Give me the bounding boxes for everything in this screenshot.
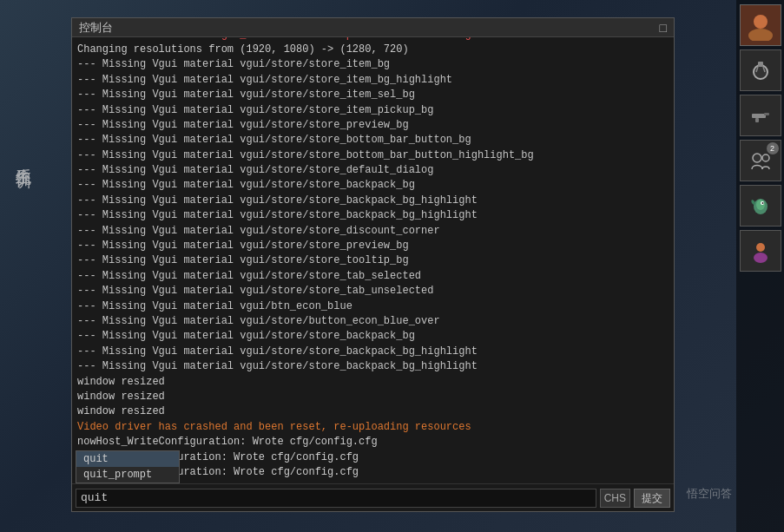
- console-line: --- Missing Vgui material vgui/store/sto…: [77, 253, 669, 268]
- sidebar-weapon-icon[interactable]: [740, 95, 781, 136]
- console-line: --- Missing Vgui material vgui/store/sto…: [77, 88, 669, 102]
- svg-point-12: [761, 202, 763, 204]
- console-line: --- Missing Vgui material vgui/store/sto…: [77, 163, 669, 178]
- console-titlebar: 控制台 □: [72, 18, 674, 37]
- sidebar-friends-icon[interactable]: 2: [740, 140, 781, 181]
- console-autocomplete: quitquit_prompt: [76, 450, 180, 483]
- svg-point-2: [754, 65, 768, 79]
- console-line: Changing resolutions from (1920, 1080) -…: [77, 43, 669, 57]
- svg-point-10: [756, 200, 765, 210]
- svg-point-8: [762, 154, 769, 161]
- console-output[interactable]: ConVarRef mat_motion_blur_enabled_restar…: [72, 37, 674, 483]
- console-line: --- Missing Vgui material vgui/store/sto…: [77, 239, 669, 253]
- console-line: window resized: [77, 404, 669, 419]
- right-sidebar: 2: [736, 0, 784, 532]
- console-line: nowHost_WriteConfiguration: Wrote cfg/co…: [77, 435, 669, 450]
- watermark-text: 悟空问答: [687, 486, 732, 502]
- console-submit-button[interactable]: 提交: [634, 489, 670, 508]
- left-sidebar-text: 生系统 训: [13, 156, 34, 161]
- svg-point-1: [748, 29, 773, 41]
- console-line: --- Missing Vgui material vgui/store/sto…: [77, 224, 669, 239]
- console-line: --- Missing Vgui material vgui/store/sto…: [77, 118, 669, 133]
- svg-rect-4: [752, 114, 766, 118]
- console-window: 控制台 □ ConVarRef mat_motion_blur_enabled_…: [71, 17, 675, 512]
- svg-point-7: [753, 154, 761, 162]
- console-title: 控制台: [79, 20, 113, 36]
- svg-rect-6: [755, 118, 759, 122]
- autocomplete-item[interactable]: quit_prompt: [76, 467, 179, 483]
- console-line: Video driver has crashed and been reset,…: [77, 420, 669, 435]
- console-line: --- Missing Vgui material vgui/store/sto…: [77, 103, 669, 118]
- console-line: --- Missing Vgui material vgui/store/sto…: [77, 208, 669, 223]
- svg-point-14: [754, 253, 768, 263]
- console-input[interactable]: [76, 489, 596, 508]
- console-line: --- Missing Vgui material vgui/store/sto…: [77, 133, 669, 148]
- console-line: --- Missing Vgui material vgui/store/sto…: [77, 178, 669, 193]
- console-line: --- Missing Vgui material vgui/store/sto…: [77, 359, 669, 374]
- sidebar-bird-icon[interactable]: [740, 185, 781, 227]
- console-line: --- Missing Vgui material vgui/store/sto…: [77, 148, 669, 163]
- console-lang-label: CHS: [600, 489, 630, 508]
- svg-point-0: [754, 15, 768, 29]
- sidebar-medal-icon[interactable]: [740, 49, 781, 91]
- svg-rect-3: [758, 62, 763, 67]
- console-bottom-bar: CHS 提交: [72, 483, 674, 511]
- console-line: --- Missing Vgui material vgui/store/but…: [77, 314, 669, 329]
- console-line: --- Missing Vgui material vgui/store/sto…: [77, 329, 669, 344]
- console-line: window resized: [77, 390, 669, 404]
- console-line: --- Missing Vgui material vgui/store/sto…: [77, 269, 669, 284]
- console-line: --- Missing Vgui material vgui/store/sto…: [77, 73, 669, 88]
- console-line: --- Missing Vgui material vgui/store/sto…: [77, 57, 669, 72]
- svg-rect-5: [764, 113, 769, 115]
- console-line: --- Missing Vgui material vgui/store/sto…: [77, 345, 669, 359]
- friends-badge-count: 2: [767, 142, 779, 154]
- console-line: window resized: [77, 375, 669, 390]
- autocomplete-item[interactable]: quit: [76, 451, 179, 467]
- console-close-button[interactable]: □: [660, 22, 667, 34]
- console-line: --- Missing Vgui material vgui/store/sto…: [77, 284, 669, 299]
- avatar-top[interactable]: [740, 4, 781, 46]
- console-line: --- Missing Vgui material vgui/store/sto…: [77, 194, 669, 208]
- console-line: --- Missing Vgui material vgui/btn_econ_…: [77, 299, 669, 314]
- sidebar-character-icon[interactable]: [740, 230, 781, 272]
- svg-point-13: [756, 243, 765, 252]
